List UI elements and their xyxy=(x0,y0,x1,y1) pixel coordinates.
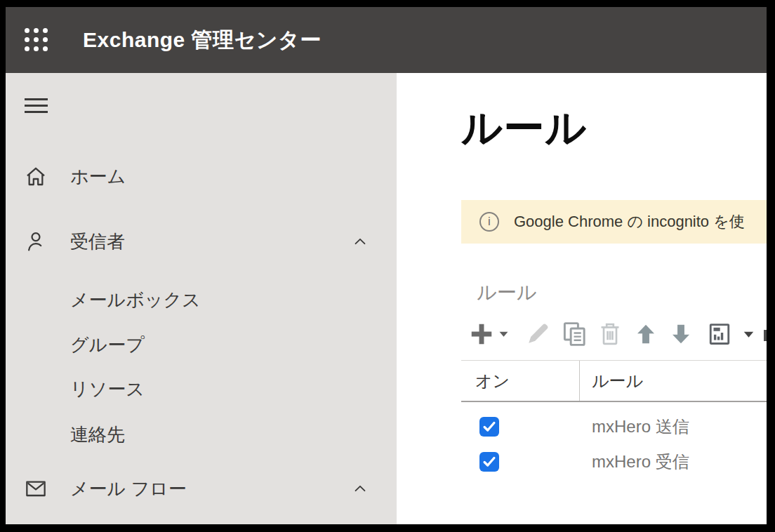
caret-down-icon xyxy=(499,331,508,338)
column-header-rule[interactable]: ルール xyxy=(580,361,767,401)
clipped-toolbar-icon[interactable] xyxy=(764,330,767,341)
rule-name[interactable]: mxHero 送信 xyxy=(580,415,767,438)
list-section-label: ルール xyxy=(477,279,536,306)
sidebar-item-groups[interactable]: グループ xyxy=(70,333,145,357)
mail-icon xyxy=(25,477,47,500)
sidebar-item-mailboxes[interactable]: メールボックス xyxy=(70,288,201,312)
sidebar-item-recipients[interactable]: 受信者 xyxy=(6,226,397,257)
rule-enabled-checkbox[interactable] xyxy=(479,452,499,472)
check-icon xyxy=(482,419,497,434)
chevron-up-icon[interactable] xyxy=(352,234,368,249)
rule-name[interactable]: mxHero 受信 xyxy=(580,451,767,473)
table-row[interactable]: mxHero 送信 xyxy=(461,409,767,444)
exchange-admin-window: Exchange 管理センター ホーム xyxy=(6,7,767,524)
sidebar-item-contacts[interactable]: 連絡先 xyxy=(70,423,125,447)
main-panel: ルール i Google Chrome の incognito を使 ルール xyxy=(397,73,767,524)
edit-button[interactable] xyxy=(525,321,550,347)
banner-text: Google Chrome の incognito を使 xyxy=(514,211,745,232)
rules-table: オン ルール mxHero 送信 xyxy=(461,360,767,479)
delete-button[interactable] xyxy=(598,321,622,347)
rule-enabled-checkbox[interactable] xyxy=(479,417,499,437)
page-title: ルール xyxy=(461,101,588,156)
sidebar-item-resources[interactable]: リソース xyxy=(70,377,145,401)
person-icon xyxy=(25,230,47,253)
chevron-up-icon[interactable] xyxy=(352,481,368,496)
rules-toolbar xyxy=(469,319,754,350)
add-button[interactable] xyxy=(469,321,508,347)
check-icon xyxy=(482,454,497,470)
caret-down-icon xyxy=(743,331,754,338)
move-up-button[interactable] xyxy=(635,323,657,345)
app-launcher-icon[interactable] xyxy=(25,28,48,52)
report-button[interactable] xyxy=(708,322,754,346)
app-header: Exchange 管理センター xyxy=(6,7,767,73)
sidebar-item-home[interactable]: ホーム xyxy=(6,161,397,192)
sidebar-item-mail-flow[interactable]: メール フロー xyxy=(6,473,397,504)
copy-button[interactable] xyxy=(562,321,588,347)
table-row[interactable]: mxHero 受信 xyxy=(461,444,767,479)
info-icon: i xyxy=(479,212,499,232)
home-icon xyxy=(25,165,47,187)
sidebar-item-label: ホーム xyxy=(70,164,126,189)
move-down-button[interactable] xyxy=(670,323,692,345)
info-banner: i Google Chrome の incognito を使 xyxy=(461,200,767,244)
hamburger-menu-icon[interactable] xyxy=(25,98,48,113)
column-header-on[interactable]: オン xyxy=(461,361,580,401)
sidebar: ホーム 受信者 メールボックス グループ xyxy=(6,73,397,524)
table-header: オン ルール xyxy=(461,360,767,402)
sidebar-item-label: メール フロー xyxy=(70,477,187,501)
app-title: Exchange 管理センター xyxy=(83,26,322,55)
sidebar-item-label: 受信者 xyxy=(70,230,125,254)
